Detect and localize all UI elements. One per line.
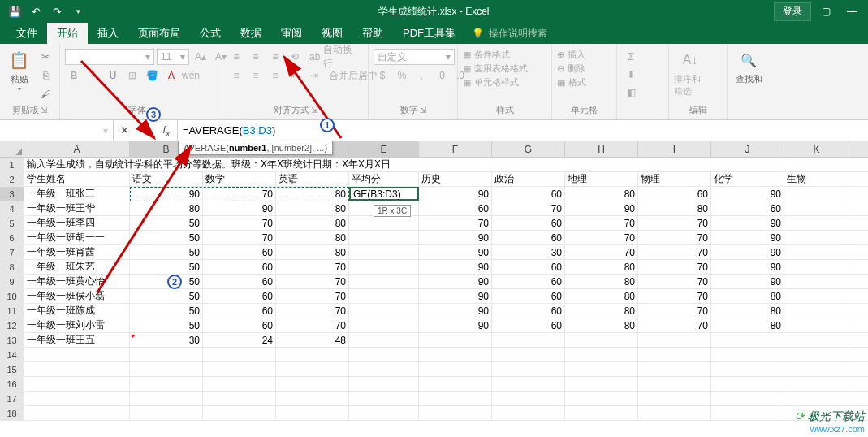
cell[interactable]: 80 xyxy=(276,245,349,259)
row-header[interactable]: 5 xyxy=(0,216,24,230)
cell[interactable]: 48 xyxy=(276,333,349,347)
save-icon[interactable]: 💾 xyxy=(6,3,23,19)
cell[interactable]: 80 xyxy=(276,187,349,201)
cell[interactable] xyxy=(638,392,711,405)
row-header[interactable]: 18 xyxy=(0,406,24,420)
cell[interactable]: 70 xyxy=(203,216,276,230)
cell[interactable]: 60 xyxy=(203,289,276,303)
cell[interactable]: 一年级一班李四 xyxy=(24,216,130,230)
row-header[interactable]: 11 xyxy=(0,304,24,318)
cell[interactable] xyxy=(565,392,638,405)
cell[interactable] xyxy=(130,362,203,376)
cell[interactable] xyxy=(276,362,349,376)
column-header[interactable]: J xyxy=(711,141,784,157)
row-header[interactable]: 2 xyxy=(0,172,24,186)
cell[interactable]: 80 xyxy=(565,275,638,288)
cell[interactable]: 一年级一班朱艺 xyxy=(24,260,130,274)
copy-icon[interactable]: ⎘ xyxy=(37,67,54,84)
cell[interactable]: 70 xyxy=(638,304,711,318)
cell[interactable]: 一年级一班陈成 xyxy=(24,304,130,318)
cell[interactable]: 80 xyxy=(130,201,203,215)
cell[interactable]: 70 xyxy=(276,289,349,303)
cell[interactable] xyxy=(203,362,276,376)
cell[interactable] xyxy=(349,245,419,259)
cell[interactable] xyxy=(349,406,419,420)
tab-help[interactable]: 帮助 xyxy=(352,23,393,44)
cell[interactable] xyxy=(419,348,492,361)
select-all-button[interactable] xyxy=(0,141,24,157)
cell[interactable] xyxy=(130,348,203,361)
number-launcher-icon[interactable]: ⇲ xyxy=(420,106,426,115)
cell[interactable] xyxy=(492,362,565,376)
column-header[interactable]: I xyxy=(638,141,711,157)
tab-file[interactable]: 文件 xyxy=(6,23,47,44)
cell[interactable]: 英语 xyxy=(276,172,349,186)
cell[interactable]: 90 xyxy=(711,260,784,274)
cell[interactable] xyxy=(784,348,849,361)
cell[interactable]: 化学 xyxy=(711,172,784,186)
cell[interactable] xyxy=(565,362,638,376)
tab-data[interactable]: 数据 xyxy=(231,23,271,44)
cell[interactable] xyxy=(419,333,492,347)
cell[interactable] xyxy=(784,304,849,318)
cell[interactable]: 90 xyxy=(130,187,203,201)
cell[interactable] xyxy=(492,406,565,420)
cell[interactable] xyxy=(349,231,419,244)
cell[interactable]: 70 xyxy=(203,231,276,244)
cell[interactable]: 90 xyxy=(565,201,638,215)
row-header[interactable]: 3 xyxy=(0,187,24,201)
cell[interactable] xyxy=(784,216,849,230)
cell[interactable] xyxy=(638,348,711,361)
cell[interactable] xyxy=(565,333,638,347)
cell[interactable]: 50 xyxy=(130,304,203,318)
enter-formula-icon[interactable]: ✓ xyxy=(135,124,156,136)
cell[interactable]: 70 xyxy=(638,318,711,332)
cell[interactable] xyxy=(276,406,349,420)
cell[interactable]: 60 xyxy=(492,231,565,244)
cell[interactable] xyxy=(711,348,784,361)
cell[interactable] xyxy=(784,187,849,201)
row-header[interactable]: 10 xyxy=(0,289,24,303)
cell[interactable] xyxy=(784,201,849,215)
row-header[interactable]: 4 xyxy=(0,201,24,215)
row-header[interactable]: 13 xyxy=(0,333,24,347)
row-header[interactable]: 12 xyxy=(0,318,24,332)
tell-me[interactable]: 💡 操作说明搜索 xyxy=(472,23,547,44)
undo-icon[interactable]: ↶ xyxy=(28,3,44,19)
cell[interactable]: 30 xyxy=(492,245,565,259)
cell[interactable]: 50 xyxy=(130,289,203,303)
cell[interactable] xyxy=(24,377,130,391)
cell[interactable] xyxy=(203,377,276,391)
cell[interactable]: 60 xyxy=(492,304,565,318)
cell[interactable] xyxy=(638,377,711,391)
cell[interactable]: 70 xyxy=(638,289,711,303)
cell[interactable]: 历史 xyxy=(419,172,492,186)
cell[interactable]: 一年级一班王华 xyxy=(24,201,130,215)
cell[interactable] xyxy=(638,333,711,347)
underline-icon[interactable]: U xyxy=(104,67,122,84)
cell[interactable] xyxy=(784,231,849,244)
column-header[interactable]: A xyxy=(24,141,130,157)
cell[interactable]: 70 xyxy=(565,231,638,244)
spreadsheet-grid[interactable]: ABCDEFGHIJK 1输入学生成绩，自动统计学科的平均分等数据。班级：X年X… xyxy=(0,141,868,437)
cell[interactable]: 一年级一班刘小雷 xyxy=(24,318,130,332)
cell[interactable] xyxy=(349,304,419,318)
format-painter-icon[interactable]: 🖌 xyxy=(37,86,54,102)
ribbon-options-icon[interactable]: ▢ xyxy=(814,3,837,19)
name-box[interactable]: ▾ xyxy=(0,120,114,141)
cell[interactable]: 语文 xyxy=(130,172,203,186)
cell[interactable]: 80 xyxy=(565,187,638,201)
cell[interactable] xyxy=(130,377,203,391)
cell[interactable] xyxy=(419,362,492,376)
column-header[interactable]: K xyxy=(784,141,849,157)
cell[interactable]: 学生姓名 xyxy=(24,172,130,186)
cell[interactable] xyxy=(565,377,638,391)
cell[interactable]: 70 xyxy=(203,187,276,201)
cell[interactable]: GE(B3:D3) xyxy=(349,187,419,201)
cell[interactable]: 80 xyxy=(711,318,784,332)
cell[interactable] xyxy=(492,348,565,361)
cell[interactable]: 80 xyxy=(711,304,784,318)
cell[interactable]: 90 xyxy=(711,275,784,288)
tab-view[interactable]: 视图 xyxy=(312,23,352,44)
row-header[interactable]: 1 xyxy=(0,158,24,171)
